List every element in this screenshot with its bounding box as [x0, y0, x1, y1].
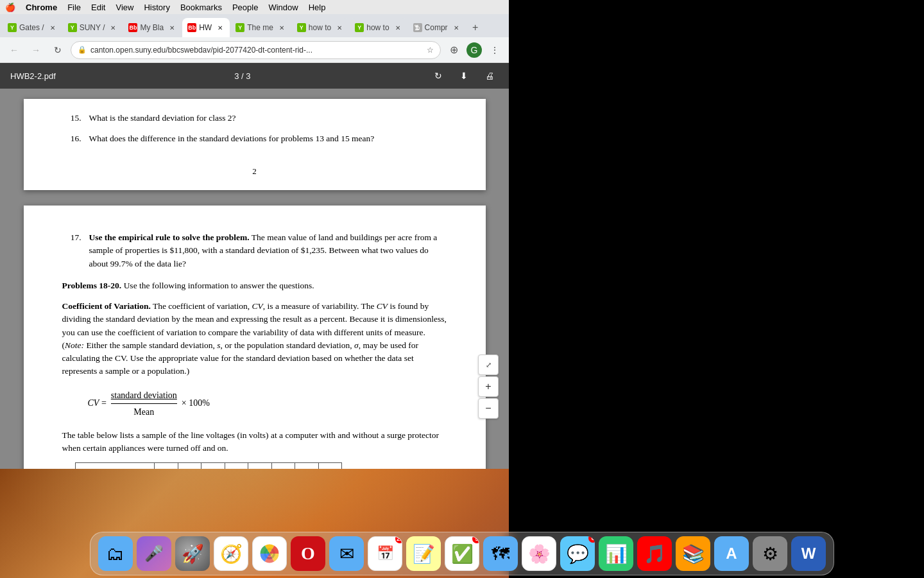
tab-favicon-howto1: Y [297, 23, 306, 32]
tab-compr[interactable]: 🗜 Compr ✕ [408, 18, 466, 37]
tab-label-mybla: My Bla [140, 23, 164, 32]
dock-systemprefs[interactable]: ⚙ [753, 536, 787, 571]
bookmark-icon[interactable]: ☆ [427, 46, 434, 55]
dock-finder[interactable]: 🗂 [98, 536, 133, 571]
dock-messages[interactable]: 💬 6 [560, 536, 595, 571]
tab-hw[interactable]: Bb HW ✕ [182, 18, 230, 37]
dock-photos[interactable]: 🌸 [522, 536, 556, 571]
tab-close-hw[interactable]: ✕ [216, 23, 225, 32]
q15-number: 15. [62, 112, 81, 125]
dock-notes[interactable]: 📝 [406, 536, 441, 571]
dock-appstore[interactable]: A [714, 536, 749, 571]
tab-suny[interactable]: Y SUNY / ✕ [63, 18, 123, 37]
dock-opera[interactable]: O [291, 536, 325, 571]
q15-text: What is the standard deviation for class… [89, 112, 447, 125]
url-text: canton.open.suny.edu/bbcswebdav/pid-2077… [90, 46, 423, 55]
pdf-toolbar: HWB2-2.pdf 3 / 3 ↻ ⬇ 🖨 [0, 63, 509, 89]
menu-bar: 🍎 Chrome File Edit View History Bookmark… [0, 0, 509, 14]
cv-definition: Coefficient of Variation. The coefficien… [62, 300, 447, 378]
q17-number: 17. [62, 231, 81, 270]
tab-label-howto2: how to [366, 23, 389, 32]
question-16: 16. What does the difference in the stan… [62, 132, 447, 145]
zoom-out-button[interactable]: − [478, 398, 499, 419]
menu-people[interactable]: People [232, 3, 258, 12]
menu-file[interactable]: File [67, 3, 81, 12]
dock-launchpad[interactable]: 🚀 [175, 536, 210, 571]
chrome-icon[interactable]: ⊕ [445, 41, 463, 59]
tab-close-gates[interactable]: ✕ [48, 23, 57, 32]
tab-favicon-gates: Y [8, 23, 17, 32]
menu-bookmarks[interactable]: Bookmarks [180, 3, 222, 12]
secure-icon: 🔒 [78, 46, 87, 54]
dock-books[interactable]: 📚 [676, 536, 710, 571]
tab-close-howto2[interactable]: ✕ [393, 23, 402, 32]
menu-edit[interactable]: Edit [91, 3, 105, 12]
calendar-badge: 22 [395, 536, 402, 543]
zoom-in-button[interactable]: + [478, 376, 499, 397]
reminders-badge: 5 [472, 536, 479, 543]
pdf-page-main: 17. Use the empirical rule to solve the … [24, 206, 486, 483]
pdf-page-top: 15. What is the standard deviation for c… [24, 99, 486, 190]
dock-reminders[interactable]: ✅ 5 [445, 536, 479, 571]
menu-icon[interactable]: ⋮ [486, 41, 504, 59]
back-button[interactable]: ← [5, 41, 23, 59]
dock-word[interactable]: W [791, 536, 826, 571]
pdf-actions: ↻ ⬇ 🖨 [429, 67, 499, 85]
problems-18-20-text: Use the following information to answer … [124, 281, 314, 290]
dock-numbers[interactable]: 📊 [599, 536, 633, 571]
refresh-button[interactable]: ↻ [49, 41, 67, 59]
pdf-print-button[interactable]: 🖨 [481, 67, 499, 85]
dock-mail[interactable]: ✉ [329, 536, 364, 571]
dock-chrome[interactable] [252, 536, 287, 571]
tab-favicon-suny: Y [68, 23, 77, 32]
cv-header-bold: Coefficient of Variation. [62, 301, 151, 311]
menu-help[interactable]: Help [309, 3, 326, 12]
menu-window[interactable]: Window [268, 3, 298, 12]
dock-area: 🗂 🎤 🚀 🧭 [0, 469, 924, 578]
apple-menu[interactable]: 🍎 [5, 3, 15, 12]
tab-howto1[interactable]: Y how to ✕ [292, 18, 349, 37]
tab-close-mybla[interactable]: ✕ [167, 23, 176, 32]
question-17: 17. Use the empirical rule to solve the … [62, 231, 447, 270]
tab-close-compr[interactable]: ✕ [452, 23, 461, 32]
formula-denominator: Mean [133, 404, 154, 419]
menu-chrome[interactable]: Chrome [26, 3, 57, 12]
dock-safari[interactable]: 🧭 [214, 536, 248, 571]
messages-badge: 6 [588, 536, 595, 543]
tab-favicon-howto2: Y [355, 23, 364, 32]
tab-label-theme: The me [247, 23, 273, 32]
tab-mybla[interactable]: Bb My Bla ✕ [123, 18, 182, 37]
tab-gates[interactable]: Y Gates / ✕ [3, 18, 62, 37]
address-bar[interactable]: 🔒 canton.open.suny.edu/bbcswebdav/pid-20… [71, 41, 441, 59]
tab-label-howto1: how to [309, 23, 331, 32]
tab-close-theme[interactable]: ✕ [277, 23, 286, 32]
dock-siri[interactable]: 🎤 [137, 536, 171, 571]
forward-button[interactable]: → [27, 41, 45, 59]
zoom-fit-button[interactable]: ⤢ [478, 355, 499, 375]
tab-theme[interactable]: Y The me ✕ [230, 18, 291, 37]
pdf-title: HWB2-2.pdf [10, 71, 56, 81]
tab-label-hw: HW [199, 23, 212, 32]
formula-cv-label: CV [88, 398, 99, 407]
pdf-content: 15. What is the standard deviation for c… [0, 89, 509, 483]
q17-text: Use the empirical rule to solve the prob… [89, 231, 447, 270]
q16-number: 16. [62, 132, 81, 145]
tab-close-howto1[interactable]: ✕ [335, 23, 344, 32]
dock-music[interactable]: 🎵 [637, 536, 672, 571]
tab-favicon-compr: 🗜 [413, 23, 422, 32]
page-number-2: 2 [62, 165, 447, 178]
formula-fraction: standard deviation Mean [111, 389, 177, 419]
tab-close-suny[interactable]: ✕ [108, 23, 117, 32]
tab-howto2[interactable]: Y how to ✕ [350, 18, 407, 37]
new-tab-button[interactable]: + [466, 18, 484, 37]
profile-icon[interactable]: G [466, 42, 482, 58]
dock-calendar[interactable]: 📅 22 [368, 536, 402, 571]
pdf-rotate-button[interactable]: ↻ [429, 67, 447, 85]
pdf-download-button[interactable]: ⬇ [455, 67, 473, 85]
q17-intro-bold: Use the empirical rule to solve the prob… [89, 232, 250, 242]
problems-18-20-label: Problems 18-20. [62, 281, 122, 290]
menu-view[interactable]: View [116, 3, 133, 12]
menu-history[interactable]: History [144, 3, 169, 12]
dock-maps[interactable]: 🗺 [483, 536, 518, 571]
tab-favicon-mybla: Bb [128, 23, 137, 32]
